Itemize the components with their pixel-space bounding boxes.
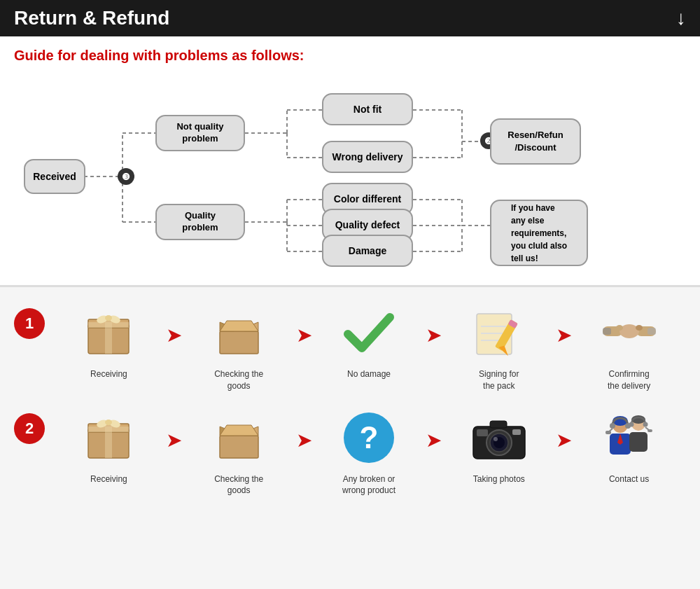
step-1-item-3: Signing forthe pack — [442, 301, 556, 392]
step-2-number: 2 — [14, 413, 45, 444]
fc-resen-refund: Resen/Refun/Discount — [490, 118, 581, 165]
fc-not-fit: Not fit — [322, 93, 413, 125]
question-icon: ? — [330, 406, 407, 469]
arrow-1-1: ➤ — [296, 301, 312, 345]
step-1-label-1: Checking thegoods — [214, 368, 263, 392]
step-1-item-0: Receiving — [52, 301, 166, 380]
step-2-item-4: Contact us — [572, 406, 686, 485]
svg-rect-79 — [606, 431, 611, 434]
arrow-2-1: ➤ — [296, 406, 312, 450]
checkmark-icon — [330, 301, 407, 364]
arrow-2-2: ➤ — [426, 406, 442, 450]
step-2-item-1: Checking thegoods — [182, 406, 296, 497]
step-2-label-3: Taking photos — [473, 473, 525, 485]
step-2-label-1: Checking thegoods — [214, 473, 263, 497]
svg-point-68 — [493, 437, 498, 441]
svg-rect-82 — [629, 432, 648, 452]
step-1-label-2: No damage — [347, 368, 391, 380]
step-1-item-2: No damage — [312, 301, 426, 380]
step-1-label-0: Receiving — [90, 368, 127, 380]
svg-point-59 — [105, 420, 112, 425]
svg-marker-38 — [220, 321, 258, 331]
step-2-label-4: Contact us — [609, 473, 649, 485]
svg-rect-31 — [105, 319, 112, 354]
step-row-1: 1 — [14, 301, 686, 392]
fc-received: Received — [24, 159, 85, 194]
step-row-2: 2 Receiving ➤ — [14, 406, 686, 497]
svg-point-84 — [643, 422, 648, 427]
svg-rect-69 — [512, 429, 521, 435]
pencil-sign-icon — [461, 301, 538, 364]
header: Return & Refund ↓ — [0, 0, 700, 36]
steps-section: 1 — [0, 285, 700, 522]
svg-marker-63 — [220, 425, 258, 436]
svg-rect-86 — [648, 429, 652, 432]
svg-point-50 — [636, 325, 643, 331]
arrow-1-2: ➤ — [426, 301, 442, 345]
step-1-label-4: Confirmingthe delivery — [608, 368, 650, 392]
fc-quality-problem: Qualityproblem — [155, 204, 245, 240]
step-1-items: Receiving ➤ — [52, 301, 686, 392]
step-2-items: Receiving ➤ Checking thegoods ➤ — [52, 406, 686, 497]
svg-rect-56 — [105, 424, 112, 458]
fc-wrong-delivery: Wrong delivery — [322, 141, 413, 173]
step-2-label-0: Receiving — [90, 473, 127, 485]
svg-rect-60 — [220, 436, 258, 458]
svg-point-34 — [105, 315, 112, 321]
arrow-2-0: ➤ — [166, 406, 182, 450]
arrow-1-3: ➤ — [556, 301, 572, 345]
step-1-item-4: Confirmingthe delivery — [572, 301, 686, 392]
guide-title: Guide for dealing with problems as follo… — [14, 48, 686, 64]
package-closed-icon — [70, 301, 147, 364]
guide-section: Guide for dealing with problems as follo… — [0, 36, 700, 285]
header-arrow-icon: ↓ — [676, 7, 686, 29]
step-2-item-2: ? Any broken orwrong product — [312, 406, 426, 497]
svg-rect-70 — [477, 429, 488, 436]
step-2-item-0: Receiving — [52, 406, 166, 485]
svg-rect-52 — [648, 328, 656, 335]
svg-rect-35 — [220, 331, 258, 354]
page-title: Return & Refund — [14, 7, 169, 29]
step-1-number: 1 — [14, 308, 45, 339]
svg-point-76 — [610, 423, 615, 429]
svg-point-83 — [629, 422, 634, 427]
svg-rect-71 — [490, 421, 507, 428]
fc-damage: Damage — [322, 235, 413, 267]
svg-rect-51 — [603, 328, 611, 335]
step-2-item-3: Taking photos — [442, 406, 556, 485]
step-1-item-1: Checking thegoods — [182, 301, 296, 392]
fc-not-quality: Not qualityproblem — [155, 115, 245, 151]
contact-icon — [591, 406, 668, 469]
flowchart: Received ❸ Not qualityproblem Qualitypro… — [14, 75, 686, 278]
package-closed-2-icon — [70, 406, 147, 469]
fc-if-requirements: If you haveany elserequirements,you clul… — [490, 200, 588, 266]
fc-badge3: ❸ — [118, 168, 134, 185]
svg-point-49 — [616, 325, 623, 331]
step-2-label-2: Any broken orwrong product — [342, 473, 396, 497]
package-open-2-icon — [200, 406, 277, 469]
step-1-label-3: Signing forthe pack — [479, 368, 519, 392]
camera-icon — [461, 406, 538, 469]
arrow-1-0: ➤ — [166, 301, 182, 345]
package-open-icon — [200, 301, 277, 364]
arrow-2-3: ➤ — [556, 406, 572, 450]
handshake-icon — [591, 301, 668, 364]
